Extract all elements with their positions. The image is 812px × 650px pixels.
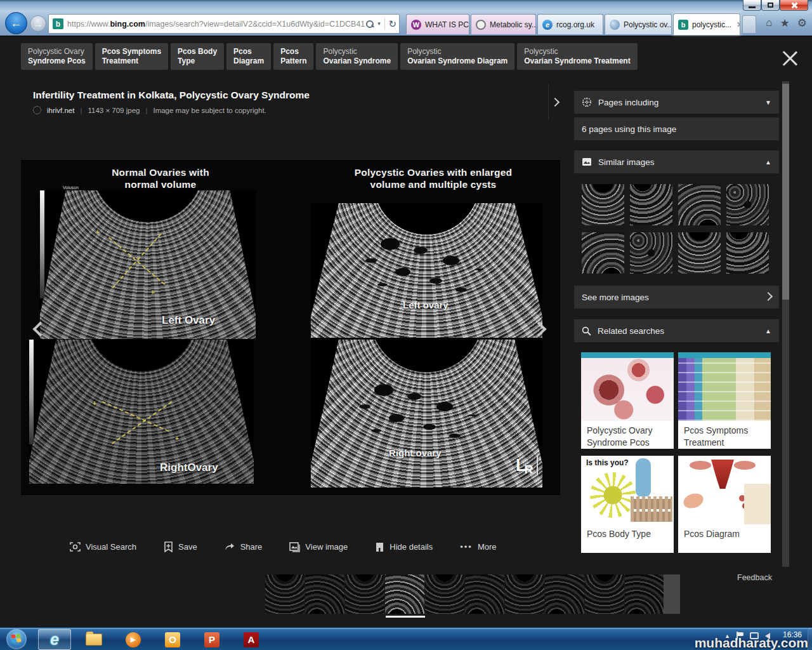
- home-icon[interactable]: ⌂: [766, 17, 772, 30]
- sunburst-graphic: [590, 472, 636, 518]
- pill-pcos-diagram[interactable]: PcosDiagram: [226, 43, 271, 70]
- tab-label: rcog.org.uk: [556, 20, 594, 29]
- forward-button[interactable]: →: [30, 15, 46, 32]
- back-button[interactable]: ←: [5, 12, 27, 34]
- hide-details-button[interactable]: Hide details: [375, 542, 433, 552]
- ultrasound-fan: [40, 190, 256, 339]
- filmstrip-thumb[interactable]: [425, 574, 464, 614]
- tab-what-is-pc[interactable]: W WHAT IS PC...: [406, 14, 469, 34]
- filmstrip-thumb-selected[interactable]: [385, 574, 424, 614]
- maximize-icon: [768, 3, 773, 8]
- source-link[interactable]: ihrivf.net: [47, 107, 74, 114]
- close-detail-icon[interactable]: [781, 50, 799, 67]
- similar-image-thumb[interactable]: [726, 232, 769, 274]
- forward-arrow-icon: →: [34, 18, 43, 29]
- pill-polycystic-ovarian-syndrome-diagram[interactable]: PolycysticOvarian Syndrome Diagram: [400, 43, 514, 70]
- next-image-arrow[interactable]: [528, 311, 549, 347]
- filmstrip-thumb[interactable]: [345, 574, 384, 614]
- card-image: [678, 456, 771, 524]
- pages-including-header[interactable]: Pages including ▼: [574, 91, 779, 114]
- tab-polycystic-ov[interactable]: Polycystic ov...: [605, 14, 672, 34]
- uterus-graphic: [711, 460, 734, 489]
- taskbar-outlook-button[interactable]: O: [156, 629, 189, 650]
- minimize-button[interactable]: [743, 0, 761, 11]
- main-image[interactable]: Normal Ovaries withnormal volume Polycys…: [21, 160, 560, 495]
- similar-image-thumb[interactable]: [582, 232, 624, 274]
- save-button[interactable]: Save: [164, 541, 197, 552]
- filmstrip-thumb[interactable]: [545, 574, 584, 614]
- filmstrip-thumb[interactable]: [305, 574, 344, 614]
- favorites-star-icon[interactable]: ★: [780, 17, 790, 30]
- more-button[interactable]: ••• More: [460, 542, 496, 552]
- related-card-pcos-diagram[interactable]: Pcos Diagram: [678, 456, 771, 553]
- minimize-icon: [749, 6, 756, 8]
- tools-gear-icon[interactable]: ⚙: [797, 17, 807, 30]
- similar-image-thumb[interactable]: [678, 184, 721, 225]
- taskbar-explorer-button[interactable]: [77, 629, 110, 650]
- filmstrip-thumb[interactable]: [505, 574, 544, 614]
- image-dimensions: 1143 × 709 jpeg: [88, 107, 140, 114]
- scrollbar-thumb[interactable]: [782, 84, 789, 300]
- cysts: [381, 238, 400, 250]
- show-desktop-button[interactable]: [808, 628, 812, 650]
- powerpoint-icon: P: [204, 632, 219, 647]
- taskbar-adobe-reader-button[interactable]: A: [235, 629, 268, 650]
- similar-image-thumb[interactable]: [630, 184, 672, 225]
- pill-polycystic-ovarian-syndrome[interactable]: PolycysticOvarian Syndrome: [316, 43, 398, 70]
- refresh-icon[interactable]: ↻: [388, 18, 396, 30]
- see-more-images-row[interactable]: See more images: [574, 286, 779, 308]
- address-bar[interactable]: b https://www.bing.com/images/search?vie…: [48, 14, 400, 34]
- globe-favicon: [610, 20, 620, 30]
- taskbar-powerpoint-button[interactable]: P: [195, 629, 228, 650]
- tab-polycystic-active[interactable]: b polycystic... ✕: [673, 13, 740, 35]
- pill-pcos-pattern[interactable]: PcosPattern: [273, 43, 313, 70]
- maximize-button[interactable]: [761, 0, 780, 11]
- pages-count-row[interactable]: 6 pages using this image: [574, 117, 779, 140]
- tab-metabolic[interactable]: Metabolic sy...: [471, 14, 536, 34]
- filmstrip-thumb[interactable]: [625, 574, 664, 614]
- pill-polycystic-ovary-syndrome-pcos[interactable]: Polycystic OvarySyndrome Pcos: [21, 43, 93, 70]
- filmstrip-thumb-partial[interactable]: [664, 574, 680, 614]
- share-button[interactable]: Share: [225, 542, 263, 552]
- ultrasound-left-ovary-normal: + +: [40, 190, 256, 339]
- tab-close-icon[interactable]: ✕: [737, 20, 740, 29]
- left-panel-header: Normal Ovaries withnormal volume: [69, 166, 252, 190]
- start-button[interactable]: [6, 629, 27, 649]
- previous-image-arrow[interactable]: [29, 311, 51, 347]
- next-page-chevron[interactable]: [548, 84, 561, 120]
- filmstrip-thumb[interactable]: [265, 574, 304, 614]
- search-icon[interactable]: [365, 20, 374, 28]
- pill-pcos-symptoms-treatment[interactable]: Pcos SymptomsTreatment: [95, 43, 168, 70]
- similar-image-thumb[interactable]: [582, 184, 624, 225]
- pill-pcos-body-type[interactable]: Pcos BodyType: [171, 43, 224, 70]
- pill-polycystic-ovarian-syndrome-treatment[interactable]: PolycysticOvarian Syndrome Treatment: [517, 43, 637, 70]
- image-title: Infertility Treatment in Kolkata, Polycy…: [33, 90, 310, 101]
- tab-rcog[interactable]: e rcog.org.uk: [537, 14, 603, 34]
- tab-favicon: W: [411, 20, 421, 30]
- similar-image-thumb[interactable]: [726, 184, 769, 225]
- similar-images-header[interactable]: Similar images ▲: [574, 150, 779, 173]
- close-button[interactable]: [780, 0, 808, 11]
- taskbar-ie-button[interactable]: e: [38, 629, 71, 650]
- chevron-down-icon[interactable]: ▼: [377, 21, 382, 27]
- filmstrip-thumb[interactable]: [465, 574, 504, 614]
- view-image-button[interactable]: View image: [289, 542, 348, 552]
- related-card-polycystic-ovary-syndrome-pcos[interactable]: Polycystic OvarySyndrome Pcos: [581, 352, 674, 449]
- cysts: [374, 384, 393, 396]
- taskbar-media-player-button[interactable]: ▶: [117, 629, 150, 650]
- visual-search-button[interactable]: Visual Search: [70, 541, 136, 552]
- scrollbar-track[interactable]: [782, 81, 789, 567]
- ultrasound-fan: [29, 340, 254, 484]
- back-arrow-icon: ←: [10, 17, 22, 30]
- similar-image-thumb[interactable]: [678, 232, 721, 274]
- related-searches-header[interactable]: Related searches ▲: [574, 319, 779, 342]
- filmstrip-thumb[interactable]: [585, 574, 624, 614]
- similar-image-thumb[interactable]: [630, 232, 672, 274]
- media-player-icon: ▶: [126, 632, 141, 647]
- ultrasound-fan: [311, 340, 542, 488]
- new-tab-stub[interactable]: [742, 15, 756, 33]
- related-card-pcos-body-type[interactable]: Is this you? Pcos Body Type: [581, 456, 674, 553]
- related-card-pcos-symptoms-treatment[interactable]: Pcos SymptomsTreatment: [678, 352, 771, 449]
- outlook-icon: O: [165, 632, 180, 647]
- feedback-link[interactable]: Feedback: [737, 573, 772, 582]
